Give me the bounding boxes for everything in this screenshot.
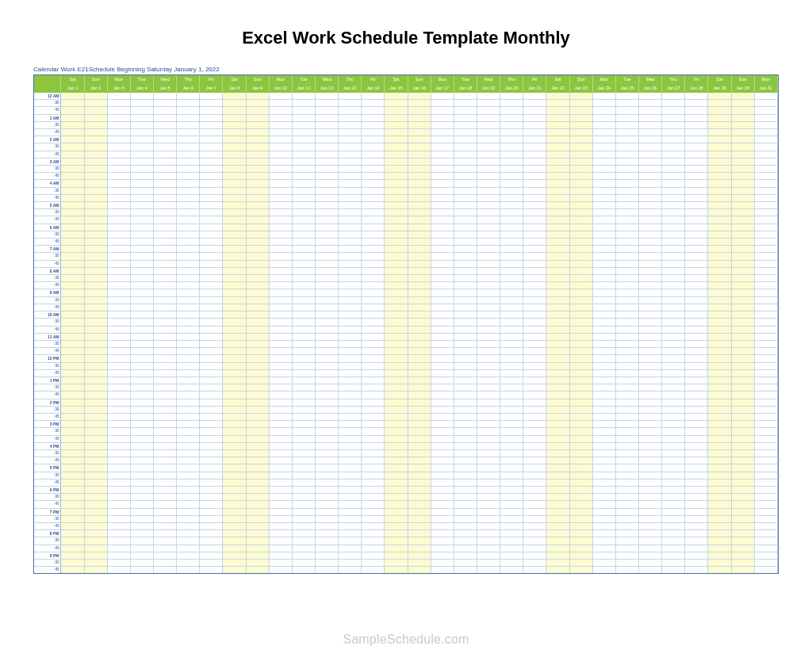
schedule-cell[interactable]	[362, 136, 385, 143]
schedule-cell[interactable]	[454, 384, 477, 392]
schedule-cell[interactable]	[708, 348, 731, 355]
schedule-cell[interactable]	[500, 333, 523, 340]
schedule-cell[interactable]	[316, 326, 339, 333]
schedule-cell[interactable]	[592, 530, 615, 537]
schedule-cell[interactable]	[107, 311, 130, 319]
schedule-cell[interactable]	[454, 340, 477, 347]
schedule-cell[interactable]	[362, 143, 385, 151]
schedule-cell[interactable]	[754, 319, 777, 326]
schedule-cell[interactable]	[246, 224, 269, 231]
schedule-cell[interactable]	[685, 239, 708, 246]
schedule-cell[interactable]	[500, 472, 523, 479]
schedule-cell[interactable]	[154, 369, 177, 376]
schedule-cell[interactable]	[454, 194, 477, 201]
schedule-cell[interactable]	[408, 173, 431, 180]
schedule-cell[interactable]	[339, 449, 362, 457]
schedule-cell[interactable]	[477, 267, 500, 274]
schedule-cell[interactable]	[292, 494, 315, 501]
schedule-cell[interactable]	[662, 449, 685, 457]
schedule-cell[interactable]	[339, 253, 362, 260]
schedule-cell[interactable]	[731, 107, 754, 114]
schedule-cell[interactable]	[316, 479, 339, 486]
schedule-cell[interactable]	[316, 376, 339, 384]
schedule-cell[interactable]	[200, 129, 223, 136]
schedule-cell[interactable]	[84, 369, 107, 376]
schedule-cell[interactable]	[685, 369, 708, 376]
schedule-cell[interactable]	[662, 457, 685, 464]
schedule-cell[interactable]	[200, 253, 223, 260]
schedule-cell[interactable]	[685, 202, 708, 209]
schedule-cell[interactable]	[523, 522, 546, 529]
schedule-cell[interactable]	[154, 326, 177, 333]
schedule-cell[interactable]	[177, 560, 200, 567]
schedule-cell[interactable]	[107, 326, 130, 333]
schedule-cell[interactable]	[84, 143, 107, 151]
schedule-cell[interactable]	[339, 93, 362, 100]
schedule-cell[interactable]	[546, 180, 569, 187]
schedule-cell[interactable]	[292, 275, 315, 282]
schedule-cell[interactable]	[592, 296, 615, 304]
schedule-cell[interactable]	[708, 107, 731, 114]
schedule-cell[interactable]	[223, 304, 246, 311]
schedule-cell[interactable]	[200, 384, 223, 392]
schedule-cell[interactable]	[523, 260, 546, 267]
schedule-cell[interactable]	[177, 166, 200, 173]
schedule-cell[interactable]	[292, 326, 315, 333]
schedule-cell[interactable]	[362, 348, 385, 355]
schedule-cell[interactable]	[246, 472, 269, 479]
schedule-cell[interactable]	[362, 275, 385, 282]
schedule-cell[interactable]	[130, 289, 153, 296]
schedule-cell[interactable]	[731, 289, 754, 296]
schedule-cell[interactable]	[154, 442, 177, 449]
schedule-cell[interactable]	[292, 552, 315, 559]
schedule-cell[interactable]	[431, 224, 454, 231]
schedule-cell[interactable]	[569, 173, 592, 180]
schedule-cell[interactable]	[639, 231, 662, 238]
schedule-cell[interactable]	[84, 428, 107, 435]
schedule-cell[interactable]	[130, 406, 153, 413]
schedule-cell[interactable]	[177, 129, 200, 136]
schedule-cell[interactable]	[177, 333, 200, 340]
schedule-cell[interactable]	[107, 239, 130, 246]
schedule-cell[interactable]	[316, 267, 339, 274]
schedule-cell[interactable]	[592, 231, 615, 238]
schedule-cell[interactable]	[662, 560, 685, 567]
schedule-cell[interactable]	[569, 552, 592, 559]
schedule-cell[interactable]	[500, 158, 523, 165]
schedule-cell[interactable]	[523, 246, 546, 253]
schedule-cell[interactable]	[454, 333, 477, 340]
schedule-cell[interactable]	[569, 93, 592, 100]
schedule-cell[interactable]	[362, 260, 385, 267]
schedule-cell[interactable]	[246, 319, 269, 326]
schedule-cell[interactable]	[523, 567, 546, 574]
schedule-cell[interactable]	[84, 114, 107, 121]
schedule-cell[interactable]	[339, 224, 362, 231]
schedule-cell[interactable]	[223, 435, 246, 442]
schedule-cell[interactable]	[107, 107, 130, 114]
schedule-cell[interactable]	[662, 151, 685, 158]
schedule-cell[interactable]	[316, 355, 339, 362]
schedule-cell[interactable]	[130, 508, 153, 515]
schedule-cell[interactable]	[408, 515, 431, 522]
schedule-cell[interactable]	[385, 187, 408, 194]
schedule-cell[interactable]	[685, 282, 708, 289]
schedule-cell[interactable]	[662, 129, 685, 136]
schedule-cell[interactable]	[431, 333, 454, 340]
schedule-cell[interactable]	[592, 457, 615, 464]
schedule-cell[interactable]	[431, 428, 454, 435]
schedule-cell[interactable]	[615, 151, 638, 158]
schedule-cell[interactable]	[223, 442, 246, 449]
schedule-cell[interactable]	[754, 107, 777, 114]
schedule-cell[interactable]	[362, 567, 385, 574]
schedule-cell[interactable]	[385, 202, 408, 209]
schedule-cell[interactable]	[731, 560, 754, 567]
schedule-cell[interactable]	[708, 428, 731, 435]
schedule-cell[interactable]	[708, 289, 731, 296]
schedule-cell[interactable]	[177, 260, 200, 267]
schedule-cell[interactable]	[454, 121, 477, 128]
schedule-cell[interactable]	[408, 552, 431, 559]
schedule-cell[interactable]	[754, 376, 777, 384]
schedule-cell[interactable]	[316, 289, 339, 296]
schedule-cell[interactable]	[316, 304, 339, 311]
schedule-cell[interactable]	[662, 348, 685, 355]
